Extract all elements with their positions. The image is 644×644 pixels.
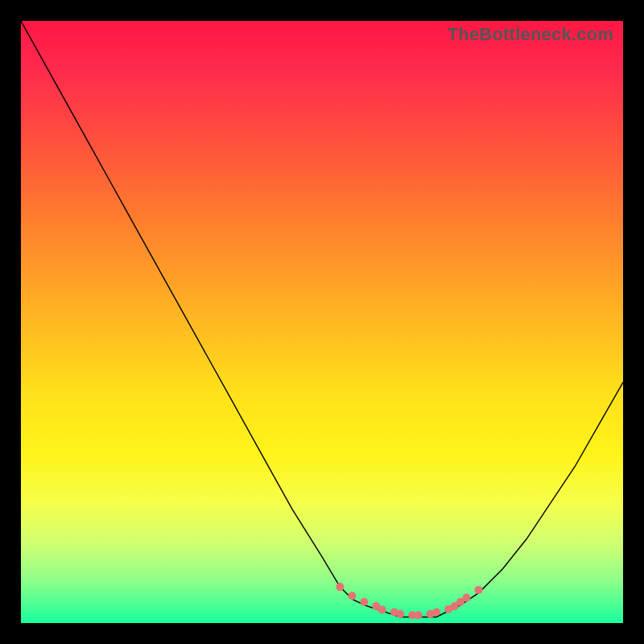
marker-point bbox=[336, 583, 344, 591]
marker-point bbox=[415, 611, 423, 619]
marker-point bbox=[475, 586, 483, 594]
bottleneck-curve bbox=[21, 21, 623, 617]
marker-point bbox=[396, 610, 404, 618]
gradient-plot-area: TheBottleneck.com bbox=[21, 21, 623, 623]
marker-point bbox=[348, 592, 356, 600]
chart-svg bbox=[21, 21, 623, 623]
marker-point bbox=[378, 606, 386, 614]
marker-point bbox=[360, 598, 368, 606]
highlight-markers bbox=[336, 583, 482, 619]
marker-point bbox=[463, 594, 471, 602]
marker-point bbox=[432, 609, 440, 617]
chart-frame: TheBottleneck.com bbox=[0, 0, 644, 644]
